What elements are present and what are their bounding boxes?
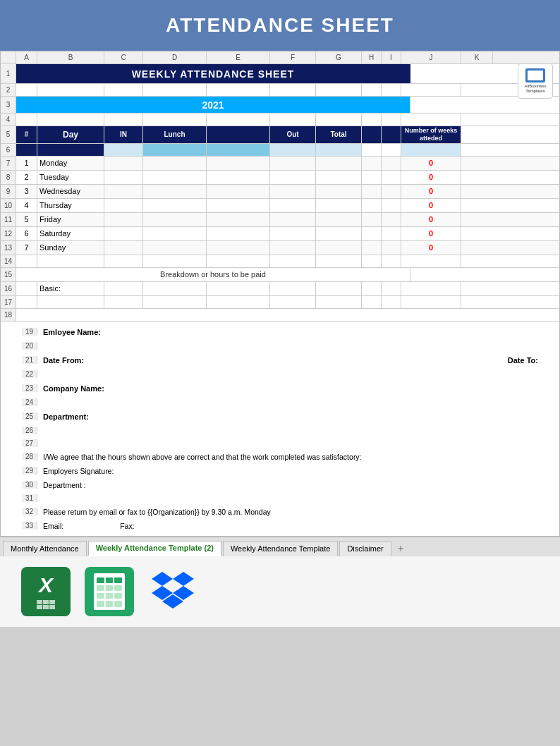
row-5: 5 # Day IN Lunch Out Total Number of wee… bbox=[1, 126, 559, 144]
svg-marker-1 bbox=[173, 572, 194, 586]
row-21: 21 Date From: Date To: bbox=[22, 353, 538, 368]
row-14: 14 bbox=[1, 255, 559, 268]
excel-icon[interactable]: X bbox=[21, 567, 71, 616]
breakdown-cell: Breakdown or hours to be paid bbox=[16, 268, 410, 281]
row-24: 24 bbox=[22, 396, 538, 409]
day-name-1: Monday bbox=[37, 157, 104, 170]
week-count-7: 0 bbox=[401, 241, 461, 255]
header-banner: ATTENDANCE SHEET bbox=[0, 0, 560, 51]
year-cell: 2021 bbox=[16, 97, 410, 113]
day-num-6: 6 bbox=[16, 227, 37, 240]
week-count-1: 0 bbox=[401, 157, 461, 170]
day-num-5: 5 bbox=[16, 213, 37, 226]
row-28: 28 I/We agree that the hours shown above… bbox=[22, 450, 538, 464]
tab-weekly-attendance[interactable]: Weekly Attendance Template bbox=[223, 541, 338, 556]
email-label: Email: bbox=[43, 522, 63, 530]
row-16: 16 Basic: bbox=[1, 282, 559, 296]
row-2: 2 bbox=[1, 84, 559, 97]
row-25: 25 Department: bbox=[22, 409, 538, 424]
row-4: 4 bbox=[1, 114, 559, 126]
date-from-label: Date From: bbox=[43, 356, 84, 365]
week-count-4: 0 bbox=[401, 199, 461, 212]
col-header-d: D bbox=[143, 51, 207, 63]
row-33: 33 Email: Fax: bbox=[22, 519, 538, 533]
sheet-title: WEEKLY ATTENDANCE SHEET bbox=[16, 64, 410, 83]
row-9: 9 3 Wednesday 0 bbox=[1, 185, 559, 199]
row-6: 6 bbox=[1, 144, 559, 157]
tab-monthly-attendance[interactable]: Monthly Attendance bbox=[3, 541, 87, 556]
col-header-h: H bbox=[362, 51, 382, 63]
row-32: 32 Please return by email or fax to {{Or… bbox=[22, 505, 538, 519]
day-num-1: 1 bbox=[16, 157, 37, 170]
tab-bar: Monthly Attendance Weekly Attendance Tem… bbox=[0, 537, 560, 556]
row-1: 1 WEEKLY ATTENDANCE SHEET bbox=[1, 64, 559, 84]
total-header: Total bbox=[316, 126, 362, 143]
day-name-7: Sunday bbox=[37, 241, 104, 255]
num-weeks-header: Number of weeks atteded bbox=[401, 126, 461, 143]
row-3: 3 2021 bbox=[1, 97, 559, 114]
col-header-k: K bbox=[461, 51, 493, 63]
col-header-g: G bbox=[316, 51, 362, 63]
col-header-a: A bbox=[16, 51, 37, 63]
svg-marker-0 bbox=[152, 572, 173, 586]
logo-text: AllBusiness Templates bbox=[518, 84, 552, 94]
tab-weekly-attendance-2[interactable]: Weekly Attendance Template (2) bbox=[88, 541, 221, 556]
dept-label: Department : bbox=[43, 481, 86, 489]
row-11: 11 5 Friday 0 bbox=[1, 213, 559, 227]
return-text: Please return by email or fax to {{Organ… bbox=[43, 508, 271, 516]
sheets-icon[interactable] bbox=[85, 567, 134, 616]
hash-header: # bbox=[16, 126, 37, 143]
row-12: 12 6 Saturday 0 bbox=[1, 227, 559, 241]
col-header-i: I bbox=[382, 51, 401, 63]
row-18: 18 bbox=[1, 309, 559, 322]
fax-label: Fax: bbox=[120, 522, 134, 530]
day-num-3: 3 bbox=[16, 185, 37, 198]
in-header: IN bbox=[104, 126, 143, 143]
info-section: 19 Emloyee Name: 20 21 Date From: Date T… bbox=[1, 322, 559, 536]
day-num-2: 2 bbox=[16, 171, 37, 184]
spreadsheet-grid: 1 WEEKLY ATTENDANCE SHEET 2 bbox=[1, 64, 559, 322]
day-name-5: Friday bbox=[37, 213, 104, 226]
date-to-label: Date To: bbox=[508, 356, 538, 365]
basic-label: Basic: bbox=[37, 282, 104, 295]
row-22: 22 bbox=[22, 368, 538, 381]
row-17: 17 bbox=[1, 296, 559, 309]
week-count-3: 0 bbox=[401, 185, 461, 198]
row-15: 15 Breakdown or hours to be paid bbox=[1, 268, 559, 282]
dropbox-icon[interactable] bbox=[148, 567, 197, 616]
lunch-header: Lunch bbox=[143, 126, 207, 143]
out-header: Out bbox=[270, 126, 316, 143]
col-header-e: E bbox=[207, 51, 270, 63]
col-header-c: C bbox=[104, 51, 143, 63]
row-29: 29 Employers Signature: bbox=[22, 464, 538, 478]
day-header: Day bbox=[37, 126, 104, 143]
week-count-6: 0 bbox=[401, 227, 461, 240]
employers-sig: Employers Signature: bbox=[43, 467, 114, 475]
row-26: 26 bbox=[22, 424, 538, 437]
row-23: 23 Company Name: bbox=[22, 381, 538, 396]
week-count-5: 0 bbox=[401, 213, 461, 226]
row-31: 31 bbox=[22, 492, 538, 505]
col-header-j: J bbox=[401, 51, 461, 63]
cell-1k bbox=[410, 64, 442, 83]
monitor-icon bbox=[525, 68, 545, 82]
row-27: 27 bbox=[22, 437, 538, 450]
week-count-2: 0 bbox=[401, 171, 461, 184]
agreement-text: I/We agree that the hours shown above ar… bbox=[43, 453, 362, 461]
day-name-2: Tuesday bbox=[37, 171, 104, 184]
col-headers-row: A B C D E F G H I J K bbox=[1, 51, 559, 64]
lunch-header-2 bbox=[207, 126, 270, 143]
tab-disclaimer[interactable]: Disclaimer bbox=[339, 541, 391, 556]
employee-name-label: Emloyee Name: bbox=[43, 328, 101, 336]
logo-box: AllBusiness Templates bbox=[518, 63, 553, 99]
spreadsheet: A B C D E F G H I J K 1 WEEKLY ATTENDANC… bbox=[0, 51, 560, 537]
row-30: 30 Department : bbox=[22, 478, 538, 492]
day-name-4: Thursday bbox=[37, 199, 104, 212]
page-title: ATTENDANCE SHEET bbox=[166, 14, 394, 37]
day-name-6: Saturday bbox=[37, 227, 104, 240]
row-13: 13 7 Sunday 0 bbox=[1, 241, 559, 255]
col-header-b: B bbox=[37, 51, 104, 63]
add-sheet-button[interactable]: ＋ bbox=[393, 541, 408, 556]
row-7: 7 1 Monday 0 bbox=[1, 157, 559, 171]
department-label: Department: bbox=[43, 412, 89, 421]
